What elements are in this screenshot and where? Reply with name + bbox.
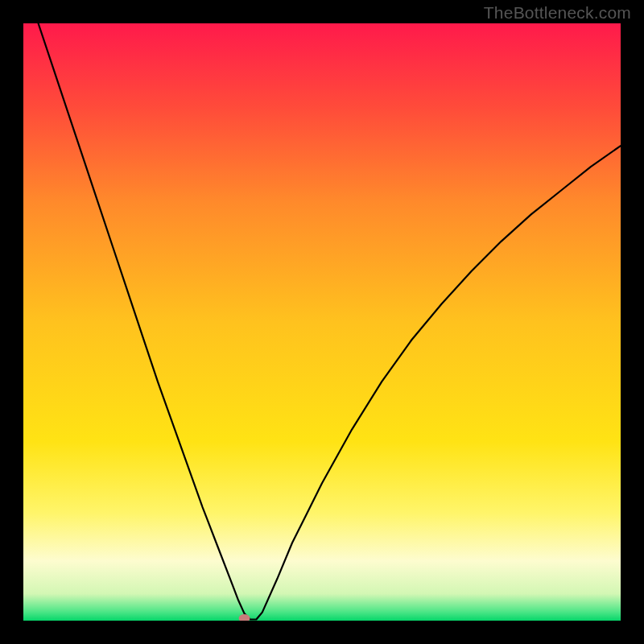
chart-background (23, 23, 621, 621)
chart-frame: TheBottleneck.com (0, 0, 644, 644)
chart-svg (23, 23, 621, 621)
chart-plot-area (23, 23, 621, 621)
watermark-text: TheBottleneck.com (484, 3, 631, 23)
